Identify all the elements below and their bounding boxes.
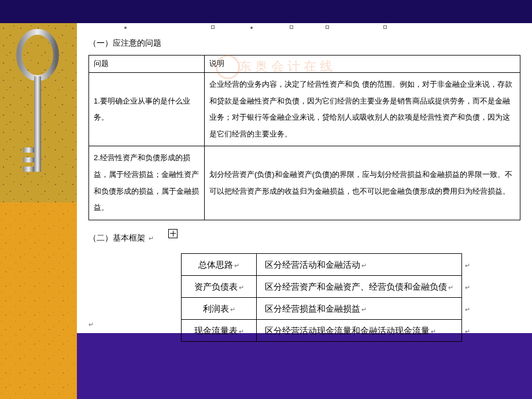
row-return-mark: ↵ <box>465 326 470 338</box>
th-explain: 说明 <box>205 56 520 73</box>
fw-desc-4: 区分经营活动现金流量和金融活动现金流量↵ <box>257 319 462 341</box>
svg-point-0 <box>19 32 56 78</box>
key-image-panel <box>0 23 77 202</box>
table-row: 2.经营性资产和负债形成的损益，属于经营损益；金融性资产和负债形成的损益，属于金… <box>89 146 520 220</box>
sidebar <box>0 23 77 399</box>
gold-panel <box>0 202 77 399</box>
fw-desc-3: 区分经营损益和金融损益↵ <box>257 297 462 319</box>
key-icon <box>12 29 64 197</box>
cell-q1: 1.要明确企业从事的是什么业务。 <box>89 72 205 146</box>
row-return-mark: ↵ <box>465 304 470 316</box>
framework-table: 总体思路↵ 区分经营活动和金融活动↵ 资产负债表↵ 区分经营资产和金融资产、经营… <box>181 253 462 342</box>
move-handle-icon[interactable] <box>168 229 178 238</box>
section1-title: （一）应注意的问题 <box>88 36 520 50</box>
svg-rect-4 <box>23 167 34 172</box>
table-row: 资产负债表↵ 区分经营资产和金融资产、经营负债和金融负债↵ <box>182 275 462 297</box>
table-row: 1.要明确企业从事的是什么业务。 企业经营的业务内容，决定了经营性资产和负 债的… <box>89 72 520 146</box>
svg-rect-2 <box>23 147 34 153</box>
svg-rect-1 <box>34 76 41 172</box>
cell-a1: 企业经营的业务内容，决定了经营性资产和负 债的范围。例如，对于非金融企业来说，存… <box>205 72 520 146</box>
top-edit-marks <box>77 24 532 32</box>
fw-label-4: 现金流量表↵ <box>182 319 257 341</box>
row-return-mark: ↵ <box>465 260 470 272</box>
svg-rect-3 <box>23 157 34 162</box>
issues-table: 问题 说明 1.要明确企业从事的是什么业务。 企业经营的业务内容，决定了经营性资… <box>88 55 520 220</box>
fw-desc-1: 区分经营活动和金融活动↵ <box>257 253 462 275</box>
fw-label-3: 利润表↵ <box>182 297 257 319</box>
fw-label-1: 总体思路↵ <box>182 253 257 275</box>
texture <box>0 202 77 399</box>
fw-desc-2: 区分经营资产和金融资产、经营负债和金融负债↵ <box>257 275 462 297</box>
th-question: 问题 <box>89 56 205 73</box>
table-row: 总体思路↵ 区分经营活动和金融活动↵ <box>182 253 462 275</box>
table-row: 利润表↵ 区分经营损益和金融损益↵ <box>182 297 462 319</box>
section2-title: （二）基本框架 <box>88 233 145 242</box>
return-mark: ↵ <box>147 235 154 242</box>
section2: （二）基本框架 ↵ 总体思路↵ 区分经营活动和金融活动↵ 资产负债表↵ 区分经营… <box>88 231 520 342</box>
table-row: 现金流量表↵ 区分经营活动现金流量和金融活动现金流量↵ <box>182 319 462 341</box>
content-area: 东奥会计在线 （一）应注意的问题 问题 说明 1.要明确企业从事的是什么业务。 … <box>77 23 532 333</box>
fw-label-2: 资产负债表↵ <box>182 275 257 297</box>
row-return-mark: ↵ <box>465 282 470 294</box>
cell-a2: 划分经营资产(负债)和金融资产(负债)的界限，应与划分经营损益和金融损益的界限一… <box>205 146 520 220</box>
top-band <box>0 0 532 23</box>
cell-q2: 2.经营性资产和负债形成的损益，属于经营损益；金融性资产和负债形成的损益，属于金… <box>89 146 205 220</box>
end-return-mark: ↵ <box>88 321 94 328</box>
table-header-row: 问题 说明 <box>89 56 520 73</box>
